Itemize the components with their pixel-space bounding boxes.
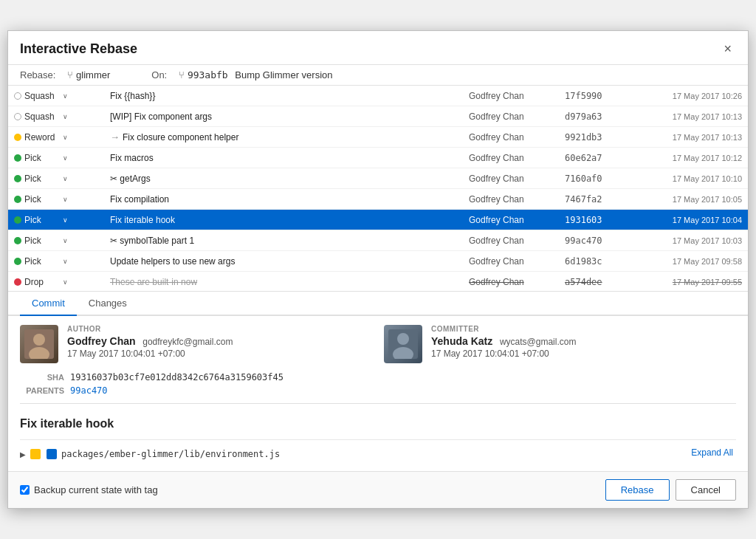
commit-author: Godfrey Chan bbox=[469, 174, 565, 184]
commit-author: Godfrey Chan bbox=[469, 277, 565, 287]
table-row[interactable]: Pick∨✂ getArgsGodfrey Chan7160af017 May … bbox=[8, 168, 748, 189]
tabs-area: Commit Changes bbox=[8, 292, 748, 316]
action-label: Pick bbox=[24, 236, 60, 246]
action-label: Pick bbox=[24, 256, 60, 267]
action-label: Squash bbox=[24, 91, 60, 101]
commit-date: 17 May 2017 10:13 bbox=[624, 133, 742, 142]
commit-message-text: Fix iterable hook bbox=[110, 215, 175, 225]
commit-message-text: Fix compilation bbox=[110, 194, 169, 205]
parents-link[interactable]: 99ac470 bbox=[70, 385, 108, 396]
author-section: AUTHOR Godfrey Chan godfreykfc@gmail.com… bbox=[20, 325, 372, 363]
action-chevron[interactable]: ∨ bbox=[63, 258, 68, 265]
action-chevron[interactable]: ∨ bbox=[63, 154, 68, 162]
tab-changes[interactable]: Changes bbox=[77, 292, 139, 316]
sha-label: SHA bbox=[20, 373, 64, 382]
commit-hash: 1931603 bbox=[565, 215, 624, 225]
committer-date: 17 May 2017 10:04:01 +07:00 bbox=[431, 349, 736, 359]
close-button[interactable]: × bbox=[719, 40, 736, 58]
action-chevron[interactable]: ∨ bbox=[63, 237, 68, 244]
commit-message-cell: [WIP] Fix component args bbox=[110, 111, 469, 122]
commit-author: Godfrey Chan bbox=[469, 111, 565, 122]
expand-all-button[interactable]: Expand All bbox=[688, 446, 736, 459]
on-commit: ⑂ 993abfb Bump Glimmer version bbox=[179, 69, 332, 80]
table-row[interactable]: Squash∨[WIP] Fix component argsGodfrey C… bbox=[8, 106, 748, 127]
action-cell: Pick∨ bbox=[14, 153, 110, 163]
branch-name-text: glimmer bbox=[76, 69, 110, 80]
action-dot bbox=[14, 278, 21, 286]
commit-author: Godfrey Chan bbox=[469, 132, 565, 143]
committer-avatar bbox=[384, 325, 422, 363]
action-label: Pick bbox=[24, 174, 60, 184]
author-date: 17 May 2017 10:04:01 +07:00 bbox=[67, 349, 372, 359]
backup-label-text: Backup current state with tag bbox=[34, 484, 158, 495]
table-row[interactable]: Squash∨Fix {{hash}}Godfrey Chan17f599017… bbox=[8, 86, 748, 106]
action-chevron[interactable]: ∨ bbox=[63, 196, 68, 203]
action-dot bbox=[14, 237, 21, 244]
tab-commit[interactable]: Commit bbox=[20, 292, 77, 316]
rebase-label: Rebase: bbox=[20, 69, 55, 80]
action-label: Reword bbox=[24, 132, 60, 143]
commit-date: 17 May 2017 10:04 bbox=[624, 216, 742, 224]
commit-message-cell: Fix macros bbox=[110, 152, 469, 163]
commit-date: 17 May 2017 09:58 bbox=[624, 257, 742, 266]
branch-icon: ⑂ bbox=[67, 69, 73, 80]
commit-message-cell: ✂ symbolTable part 1 bbox=[110, 235, 469, 246]
action-dot bbox=[14, 134, 21, 141]
commit-date: 17 May 2017 10:10 bbox=[624, 174, 742, 183]
table-row[interactable]: Pick∨Fix macrosGodfrey Chan60e62a717 May… bbox=[8, 148, 748, 168]
commit-author: Godfrey Chan bbox=[469, 236, 565, 246]
dialog-title: Interactive Rebase bbox=[20, 41, 137, 57]
file-icon-type bbox=[47, 449, 57, 459]
action-chevron[interactable]: ∨ bbox=[63, 113, 68, 120]
action-cell: Pick∨ bbox=[14, 236, 110, 246]
action-dot bbox=[14, 216, 21, 224]
table-row[interactable]: Drop∨These are built-in nowGodfrey Chana… bbox=[8, 272, 748, 292]
action-chevron[interactable]: ∨ bbox=[63, 216, 68, 224]
dialog-header: Interactive Rebase × bbox=[8, 31, 748, 65]
table-row[interactable]: Pick∨Update helpers to use new argsGodfr… bbox=[8, 251, 748, 272]
action-cell: Pick∨ bbox=[14, 174, 110, 184]
table-row[interactable]: Pick∨Fix compilationGodfrey Chan7467fa21… bbox=[8, 189, 748, 210]
action-label: Squash bbox=[24, 111, 60, 122]
commit-author: Godfrey Chan bbox=[469, 91, 565, 101]
commit-hash: 60e62a7 bbox=[565, 153, 624, 163]
sha-row: SHA 19316037b03cf7e012dd8342c6764a315960… bbox=[20, 372, 736, 382]
commit-hash: 9921db3 bbox=[565, 132, 624, 143]
file-expand-arrow[interactable]: ▶ bbox=[20, 450, 26, 459]
author-email: godfreykfc@gmail.com bbox=[142, 337, 233, 347]
commit-author: Godfrey Chan bbox=[469, 215, 565, 225]
table-row[interactable]: Pick∨✂ symbolTable part 1Godfrey Chan99a… bbox=[8, 230, 748, 251]
table-row[interactable]: Pick∨Fix iterable hookGodfrey Chan193160… bbox=[8, 210, 748, 230]
action-dot bbox=[14, 175, 21, 182]
action-chevron[interactable]: ∨ bbox=[63, 92, 68, 100]
commit-date: 17 May 2017 10:12 bbox=[624, 154, 742, 162]
action-chevron[interactable]: ∨ bbox=[63, 134, 68, 141]
author-name-row: Godfrey Chan godfreykfc@gmail.com bbox=[67, 335, 372, 347]
action-cell: Pick∨ bbox=[14, 215, 110, 225]
author-role-label: AUTHOR bbox=[67, 325, 372, 333]
table-row[interactable]: Reword∨→Fix closure component helperGodf… bbox=[8, 127, 748, 148]
action-chevron[interactable]: ∨ bbox=[63, 278, 68, 286]
commit-hash: 7160af0 bbox=[565, 174, 624, 184]
committer-info: COMMITTER Yehuda Katz wycats@gmail.com 1… bbox=[431, 325, 736, 359]
cancel-button[interactable]: Cancel bbox=[676, 479, 736, 501]
commit-message-text: Fix {{hash}} bbox=[110, 91, 155, 101]
commit-message-cell: Fix {{hash}} bbox=[110, 90, 469, 101]
action-cell: Pick∨ bbox=[14, 194, 110, 205]
commit-date: 17 May 2017 10:05 bbox=[624, 195, 742, 204]
rebase-button[interactable]: Rebase bbox=[605, 479, 670, 501]
action-label: Drop bbox=[24, 277, 60, 287]
commit-hash: a574dee bbox=[565, 277, 624, 287]
commit-hash: 17f5990 bbox=[565, 91, 624, 101]
backup-checkbox-input[interactable] bbox=[20, 485, 30, 495]
divider bbox=[20, 403, 736, 404]
svg-point-4 bbox=[397, 333, 409, 345]
action-chevron[interactable]: ∨ bbox=[63, 175, 68, 182]
backup-checkbox-label[interactable]: Backup current state with tag bbox=[20, 484, 158, 495]
on-label: On: bbox=[151, 69, 167, 80]
commit-hash: 6d1983c bbox=[565, 256, 624, 267]
interactive-rebase-dialog: Interactive Rebase × Rebase: ⑂ glimmer O… bbox=[7, 30, 749, 509]
action-cell: Drop∨ bbox=[14, 277, 110, 287]
commit-date: 17 May 2017 09:55 bbox=[624, 278, 742, 286]
committer-name-row: Yehuda Katz wycats@gmail.com bbox=[431, 335, 736, 347]
